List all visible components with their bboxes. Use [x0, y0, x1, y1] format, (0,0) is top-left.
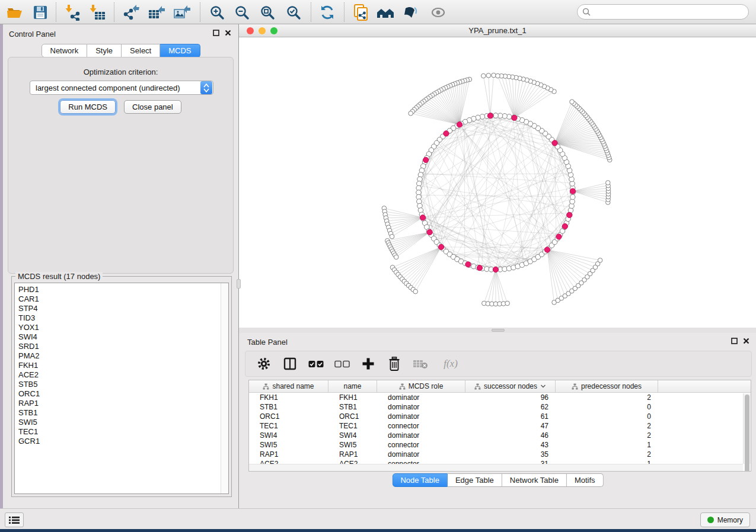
mcds-result-item[interactable]: ORC1	[15, 389, 220, 399]
mcds-result-item[interactable]: STB5	[15, 380, 220, 389]
table-row[interactable]: SWI5SWI5connector431	[249, 440, 751, 450]
cell-MCDS-role[interactable]: connector	[377, 441, 465, 449]
tab-node-table[interactable]: Node Table	[392, 473, 448, 487]
mcds-result-item[interactable]: STP4	[15, 304, 220, 313]
mcds-result-item[interactable]: SWI5	[15, 418, 220, 427]
cell-name[interactable]: ORC1	[328, 412, 377, 421]
task-history-list-button[interactable]	[5, 512, 24, 527]
network-overview-houses-icon[interactable]	[376, 4, 394, 21]
mcds-result-item[interactable]: PHD1	[15, 285, 220, 294]
mcds-result-item[interactable]: TID3	[15, 313, 220, 323]
tab-network[interactable]: Network	[41, 44, 87, 57]
tab-style[interactable]: Style	[87, 44, 122, 57]
refresh-layout-icon[interactable]	[318, 4, 336, 21]
cell-successor-nodes[interactable]: 47	[465, 422, 556, 430]
zoom-selected-icon[interactable]	[285, 4, 302, 21]
import-network-icon[interactable]	[65, 4, 82, 21]
export-network-icon[interactable]	[122, 4, 140, 21]
cell-shared-name[interactable]: RAP1	[249, 450, 328, 459]
cell-predecessor-nodes[interactable]: 2	[556, 450, 658, 459]
export-image-icon[interactable]	[173, 4, 191, 21]
delete-column-trash-icon[interactable]	[387, 356, 402, 371]
cell-name[interactable]: RAP1	[328, 450, 377, 459]
cell-name[interactable]: STB1	[328, 403, 377, 411]
cell-name[interactable]: FKH1	[328, 393, 377, 402]
show-details-eye-icon[interactable]	[429, 4, 447, 21]
select-all-icon[interactable]	[308, 356, 324, 371]
close-panel-icon[interactable]	[225, 30, 231, 36]
cell-predecessor-nodes[interactable]: 1	[556, 441, 658, 449]
cell-successor-nodes[interactable]: 43	[465, 441, 556, 449]
horizontal-splitter[interactable]	[239, 328, 756, 333]
column-header-shared-name[interactable]: shared name	[249, 380, 328, 392]
cell-shared-name[interactable]: ORC1	[249, 412, 328, 421]
tab-motifs[interactable]: Motifs	[567, 473, 604, 487]
cell-MCDS-role[interactable]: dominator	[377, 393, 465, 402]
mcds-result-item[interactable]: GCR1	[15, 437, 220, 446]
scrollbar-thumb[interactable]	[745, 395, 749, 472]
cell-predecessor-nodes[interactable]: 0	[556, 412, 658, 421]
mcds-result-item[interactable]: FKH1	[15, 361, 220, 370]
cell-shared-name[interactable]: FKH1	[249, 393, 328, 402]
memory-button[interactable]: Memory	[700, 512, 750, 527]
cell-predecessor-nodes[interactable]: 0	[556, 403, 658, 411]
mcds-result-item[interactable]: ACE2	[15, 370, 220, 380]
cell-MCDS-role[interactable]: dominator	[377, 450, 465, 459]
network-window-titlebar[interactable]: YPA_prune.txt_1	[239, 24, 756, 37]
open-folder-icon[interactable]	[6, 4, 24, 21]
mcds-result-item[interactable]: PMA2	[15, 351, 220, 361]
table-settings-gear-icon[interactable]	[256, 356, 272, 371]
float-panel-icon[interactable]	[213, 30, 219, 36]
search-input[interactable]	[594, 8, 748, 17]
tab-network-table[interactable]: Network Table	[502, 473, 567, 487]
criterion-dropdown[interactable]: largest connected component (undirected)	[30, 81, 213, 95]
cell-MCDS-role[interactable]: connector	[377, 422, 465, 430]
network-canvas[interactable]	[239, 37, 756, 328]
cell-shared-name[interactable]: STB1	[249, 403, 328, 411]
cell-successor-nodes[interactable]: 96	[465, 393, 556, 402]
tab-edge-table[interactable]: Edge Table	[448, 473, 502, 487]
clone-network-icon[interactable]	[352, 4, 370, 21]
cell-name[interactable]: TEC1	[328, 422, 377, 430]
cell-successor-nodes[interactable]: 62	[465, 403, 556, 411]
cell-MCDS-role[interactable]: dominator	[377, 403, 465, 411]
cell-name[interactable]: SWI5	[328, 441, 377, 449]
tab-mcds[interactable]: MCDS	[160, 44, 200, 57]
hide-details-eye-slash-icon[interactable]	[402, 4, 420, 21]
table-row[interactable]: TEC1TEC1connector472	[249, 421, 751, 431]
zoom-fit-icon[interactable]	[259, 4, 276, 21]
table-row[interactable]: FKH1FKH1dominator962	[249, 393, 751, 402]
cell-predecessor-nodes[interactable]: 2	[556, 422, 658, 430]
export-table-icon[interactable]	[148, 4, 165, 21]
search-box[interactable]	[577, 4, 749, 20]
table-horizontal-scrollbar[interactable]	[249, 464, 743, 471]
table-row[interactable]: RAP1RAP1dominator352	[249, 450, 751, 459]
close-panel-icon[interactable]	[743, 338, 749, 344]
mcds-result-item[interactable]: SWI4	[15, 332, 220, 342]
zoom-out-icon[interactable]	[233, 4, 251, 21]
column-header-MCDS-role[interactable]: MCDS role	[377, 380, 465, 392]
mcds-result-item[interactable]: RAP1	[15, 399, 220, 408]
cell-shared-name[interactable]: SWI5	[249, 441, 328, 449]
zoom-in-icon[interactable]	[208, 4, 226, 21]
cell-name[interactable]: SWI4	[328, 431, 377, 440]
column-header-name[interactable]: name	[328, 380, 377, 392]
create-column-plus-icon[interactable]	[361, 356, 376, 371]
float-panel-icon[interactable]	[731, 338, 738, 344]
save-icon[interactable]	[31, 4, 49, 21]
mcds-result-item[interactable]: YOX1	[15, 323, 220, 332]
table-row[interactable]: STB1STB1dominator620	[249, 402, 751, 412]
cell-successor-nodes[interactable]: 61	[465, 412, 556, 421]
deselect-all-icon[interactable]	[334, 356, 350, 371]
column-header-predecessor-nodes[interactable]: predecessor nodes	[556, 380, 658, 392]
horizontal-splitter-handle[interactable]	[492, 329, 505, 332]
run-mcds-button[interactable]: Run MCDS	[60, 100, 116, 114]
cell-MCDS-role[interactable]: dominator	[377, 412, 465, 421]
mcds-result-item[interactable]: TEC1	[15, 427, 220, 437]
show-columns-icon[interactable]	[282, 356, 298, 371]
mcds-result-item[interactable]: STB1	[15, 408, 220, 418]
close-panel-button[interactable]: Close panel	[124, 100, 181, 114]
cell-successor-nodes[interactable]: 35	[465, 450, 556, 459]
cell-successor-nodes[interactable]: 46	[465, 431, 556, 440]
cell-predecessor-nodes[interactable]: 2	[556, 431, 658, 440]
